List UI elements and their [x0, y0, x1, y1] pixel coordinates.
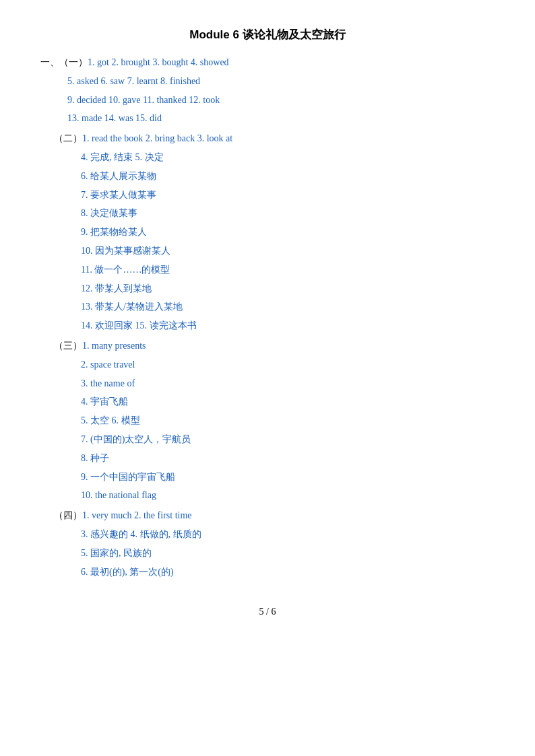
yi-san-line2: 2. space travel: [81, 359, 135, 370]
section-yi-san: （三）1. many presents 2. space travel 3. t…: [40, 338, 495, 504]
yi-san-line4: 4. 宇宙飞船: [81, 397, 128, 407]
yi-er-line9: 12. 带某人到某地: [81, 283, 152, 294]
yi-si-line4: 6. 最初(的), 第一次(的): [81, 567, 174, 577]
yi-san-line3: 3. the name of: [81, 378, 135, 388]
yi-san-line7: 8. 种子: [81, 453, 109, 463]
section-yi-yi: 一、（一）1. got 2. brought 3. bought 4. show…: [40, 55, 495, 127]
section-yi-label: 一、（一）: [40, 57, 88, 67]
yi-san-line1: 1. many presents: [82, 341, 146, 351]
yi-er-line10: 13. 带某人/某物进入某地: [81, 302, 183, 312]
yi-er-line11: 14. 欢迎回家 15. 读完这本书: [81, 320, 197, 331]
yi-yi-line4: 13. made 14. was 15. did: [67, 113, 162, 123]
yi-san-line5: 5. 太空 6. 模型: [81, 415, 140, 425]
yi-si-line2: 3. 感兴趣的 4. 纸做的, 纸质的: [81, 529, 201, 539]
yi-yi-line3: 9. decided 10. gave 11. thanked 12. took: [67, 95, 220, 105]
section-yi-er: （二）1. read the book 2. bring back 3. loo…: [40, 131, 495, 334]
yi-si-line3: 5. 国家的, 民族的: [81, 548, 152, 558]
yi-er-line5: 8. 决定做某事: [81, 208, 137, 218]
yi-er-line6: 9. 把某物给某人: [81, 227, 147, 237]
yi-er-label: （二）: [54, 133, 82, 143]
yi-er-line3: 6. 给某人展示某物: [81, 171, 156, 181]
yi-er-line1: 1. read the book 2. bring back 3. look a…: [82, 133, 232, 143]
page-title: Module 6 谈论礼物及太空旅行: [40, 27, 495, 42]
yi-yi-line1: 1. got 2. brought 3. bought 4. showed: [88, 57, 229, 67]
yi-si-line1: 1. very much 2. the first time: [82, 510, 192, 520]
yi-er-line2: 4. 完成, 结束 5. 决定: [81, 152, 164, 162]
yi-san-line9: 10. the national flag: [81, 490, 156, 500]
yi-san-label: （三）: [54, 341, 82, 351]
yi-si-label: （四）: [54, 510, 82, 520]
yi-san-line6: 7. (中国的)太空人，宇航员: [81, 434, 191, 444]
yi-er-line7: 10. 因为某事感谢某人: [81, 246, 170, 256]
section-yi-si: （四）1. very much 2. the first time 3. 感兴趣…: [40, 508, 495, 580]
yi-er-line4: 7. 要求某人做某事: [81, 190, 156, 200]
yi-san-line8: 9. 一个中国的宇宙飞船: [81, 472, 175, 482]
page-footer: 5 / 6: [40, 607, 495, 617]
yi-yi-line2: 5. asked 6. saw 7. learnt 8. finished: [67, 76, 200, 86]
yi-er-line8: 11. 做一个……的模型: [81, 265, 170, 275]
